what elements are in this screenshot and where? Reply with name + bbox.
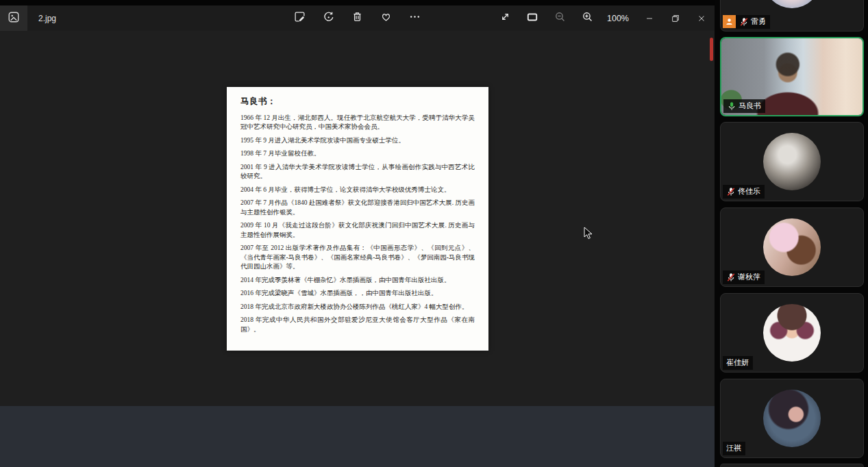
mic-muted-icon [726, 273, 736, 282]
minimize-button[interactable] [636, 5, 662, 31]
heart-icon [380, 11, 392, 25]
participant-name: 汪祺 [726, 443, 741, 453]
participant-tile[interactable]: 雷勇 [720, 0, 864, 31]
participant-tile-active-speaker[interactable]: 马良书 [720, 37, 864, 116]
avatar [763, 133, 821, 190]
sharing-badge-icon [723, 15, 736, 28]
screen: 2.jpg [0, 0, 868, 467]
resize-arrows-icon [499, 11, 511, 25]
document-image: 马良书： 1966 年 12 月出生，湖北郧西人。现任教于北京航空航天大学，受聘… [227, 87, 488, 351]
mic-on-icon [727, 101, 736, 111]
avatar [763, 390, 821, 447]
delete-button[interactable] [347, 8, 368, 29]
rotate-icon [323, 11, 334, 25]
favorite-button[interactable] [376, 8, 397, 29]
zoom-out-button[interactable] [549, 8, 570, 29]
mouse-cursor [584, 227, 593, 240]
document-title: 马良书： [240, 96, 475, 108]
mic-muted-icon [726, 187, 736, 197]
document-paragraph: 2004 年 6 月毕业，获得博士学位，论文获得清华大学校级优秀博士论文。 [240, 186, 475, 194]
participant-name: 雷勇 [751, 16, 766, 27]
close-button[interactable] [689, 5, 715, 31]
document-paragraph: 2009 年 10 月《我走过这段台阶》获文化部庆祝澳门回归中国艺术大展. 历史… [240, 221, 475, 240]
edit-toolbar [290, 5, 425, 31]
photo-viewer-window: 2.jpg [0, 0, 715, 406]
scrollbar-thumb[interactable] [710, 38, 713, 61]
titlebar: 2.jpg [0, 5, 715, 31]
restore-button[interactable] [662, 5, 689, 31]
photos-app-button[interactable] [0, 5, 27, 31]
document-paragraph: 2018 年完成中华人民共和国外交部驻爱沙尼亚大使馆会客厅大型作品《家在南国》。 [240, 316, 475, 334]
participant-name: 谢秋萍 [738, 272, 760, 282]
document-paragraph: 1998 年 7 月毕业留校任教。 [240, 149, 475, 158]
photo-canvas: 马良书： 1966 年 12 月出生，湖北郧西人。现任教于北京航空航天大学，受聘… [0, 31, 715, 406]
zoom-toolbar: 100% [495, 5, 629, 31]
rotate-button[interactable] [319, 8, 339, 29]
mic-muted-icon [739, 17, 749, 27]
restore-icon [671, 14, 680, 23]
participant-tile[interactable]: 谢秋萍 [720, 207, 864, 287]
document-paragraph: 2014 年完成季羡林著《牛棚杂忆》水墨插画版，由中国青年出版社出版。 [240, 276, 475, 285]
actual-size-button[interactable] [495, 8, 515, 29]
ellipsis-icon [409, 11, 421, 25]
participant-tile-partial [720, 464, 864, 467]
edit-image-button[interactable] [290, 8, 310, 29]
trash-icon [351, 11, 363, 25]
participant-tile[interactable]: 佟佳乐 [720, 122, 864, 201]
zoom-out-icon [554, 11, 566, 25]
participant-name: 马良书 [739, 101, 761, 111]
background-window-area [0, 406, 715, 467]
avatar [763, 304, 821, 362]
participant-name: 崔佳妍 [726, 357, 749, 368]
participant-name: 佟佳乐 [738, 186, 760, 197]
fit-screen-icon [526, 11, 538, 26]
meeting-sidebar: 雷勇 马良书 [715, 0, 868, 467]
zoom-in-icon [582, 11, 593, 25]
participant-tile[interactable]: 崔佳妍 [720, 293, 864, 373]
window-controls [636, 5, 715, 31]
edit-image-icon [294, 11, 306, 25]
more-button[interactable] [405, 8, 425, 29]
participant-tile[interactable]: 汪祺 [720, 379, 864, 458]
document-paragraph: 1995 年 9 月进入湖北美术学院攻读中国画专业硕士学位。 [240, 136, 475, 145]
window-top-edge [0, 0, 715, 5]
zoom-in-button[interactable] [577, 8, 597, 29]
zoom-level: 100% [607, 14, 629, 23]
avatar [763, 218, 821, 276]
document-paragraph: 2007 年 7 月作品《1840 赴国难者祭》获文化部迎接香港回归中国艺术大展… [240, 199, 475, 217]
document-paragraph: 2001 年 9 进入清华大学美术学院攻读博士学位，从事绘画创作实践与中西艺术比… [240, 163, 475, 181]
photo-app-icon [8, 11, 20, 26]
filename: 2.jpg [38, 14, 56, 23]
close-icon [697, 14, 706, 23]
minimize-icon [645, 14, 654, 23]
document-paragraph: 2007 年至 2012 出版学术著作及作品集有：《中国画形态学》、《回到元点》… [240, 244, 475, 271]
document-paragraph: 2016 年完成梁晓声《雪城》水墨插画版，，由中国青年出版社出版。 [240, 289, 475, 298]
document-paragraph: 1966 年 12 月出生，湖北郧西人。现任教于北京航空航天大学，受聘于清华大学… [240, 114, 475, 132]
fit-to-window-button[interactable] [522, 8, 543, 29]
document-paragraph: 2018 年完成北京市政府新大楼政协办公楼陈列作品《桃红人家》4 幅大型创作。 [240, 303, 475, 312]
avatar [763, 0, 821, 8]
